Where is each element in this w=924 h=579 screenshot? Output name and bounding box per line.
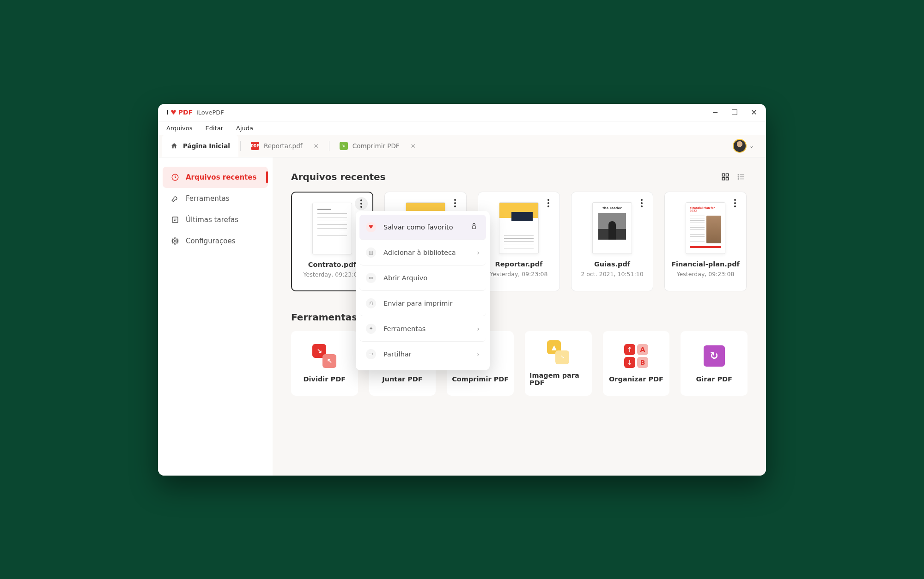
sidebar-item-label: Configurações xyxy=(186,237,235,245)
sidebar-item-settings[interactable]: Configurações xyxy=(163,230,268,252)
grid-view-button[interactable] xyxy=(719,170,732,183)
tool-name: Dividir PDF xyxy=(304,375,346,383)
window-controls: − ☐ ✕ xyxy=(711,109,758,116)
wrench-icon xyxy=(171,194,179,203)
sidebar-item-tools[interactable]: Ferramentas xyxy=(163,188,268,209)
svg-point-10 xyxy=(738,174,739,175)
clock-icon xyxy=(171,173,179,181)
cursor-icon xyxy=(471,222,480,232)
tool-image-to-pdf[interactable]: ▲ ↘ Imagem para PDF xyxy=(525,331,592,396)
file-name: Reportar.pdf xyxy=(495,260,543,268)
tab-separator xyxy=(240,141,241,151)
minimize-button[interactable]: − xyxy=(711,109,719,116)
library-icon: ▥ xyxy=(366,247,376,258)
file-more-button[interactable] xyxy=(542,197,555,210)
main: Arquivos recentes Ferramentas Últimas ta… xyxy=(158,157,766,476)
pdf-icon: PDF xyxy=(251,142,259,150)
menu-ajuda[interactable]: Ajuda xyxy=(236,125,253,132)
ctx-open-file[interactable]: ▭ Abrir Arquivo xyxy=(359,265,486,291)
heart-icon: ♥ xyxy=(366,222,376,232)
file-name: Guias.pdf xyxy=(594,260,630,268)
sidebar-item-tasks[interactable]: Últimas tarefas xyxy=(163,209,268,230)
tab-reportar[interactable]: PDF Reportar.pdf ✕ xyxy=(243,135,327,157)
file-more-button[interactable] xyxy=(355,197,368,210)
user-menu[interactable]: ⌄ xyxy=(733,139,762,153)
tasks-icon xyxy=(171,216,179,224)
file-more-button[interactable] xyxy=(635,197,648,210)
recent-files-header: Arquivos recentes xyxy=(291,170,748,183)
tab-home[interactable]: Página Inicial xyxy=(162,135,238,157)
menubar: Arquivos Editar Ajuda xyxy=(158,121,766,135)
section-title: Arquivos recentes xyxy=(291,171,386,182)
svg-point-11 xyxy=(738,176,739,177)
image-icon: ▲ ↘ xyxy=(546,340,570,364)
avatar xyxy=(733,139,747,153)
wrench-icon: ✦ xyxy=(366,324,376,334)
file-date: 2 oct. 2021, 10:51:10 xyxy=(581,271,643,277)
ctx-label: Salvar como favorito xyxy=(383,223,453,231)
file-more-button[interactable] xyxy=(729,197,742,210)
menu-editar[interactable]: Editar xyxy=(206,125,224,132)
printer-icon: ⎙ xyxy=(366,298,376,308)
ctx-label: Partilhar xyxy=(383,350,412,358)
tool-name: Juntar PDF xyxy=(382,375,423,383)
sidebar-item-label: Ferramentas xyxy=(186,194,230,203)
tab-close-icon[interactable]: ✕ xyxy=(411,142,416,150)
file-more-button[interactable] xyxy=(449,197,462,210)
thumb-text: Financial Plan for 2022 xyxy=(690,206,721,212)
list-view-button[interactable] xyxy=(735,170,748,183)
file-thumbnail xyxy=(499,202,539,254)
svg-rect-6 xyxy=(726,177,729,180)
file-card[interactable]: the reader Guias.pdf 2 oct. 2021, 10:51:… xyxy=(571,192,653,291)
file-date: Yesterday, 09:23:08 xyxy=(677,271,735,277)
split-icon: ↘ ↖ xyxy=(312,344,336,368)
menu-arquivos[interactable]: Arquivos xyxy=(166,125,193,132)
maximize-button[interactable]: ☐ xyxy=(731,109,738,116)
tab-label: Página Inicial xyxy=(183,142,230,150)
chevron-right-icon: › xyxy=(477,350,480,358)
svg-rect-3 xyxy=(722,174,724,176)
ctx-add-library[interactable]: ▥ Adicionar à biblioteca › xyxy=(359,240,486,265)
organize-icon: ↑ A ↓ B xyxy=(624,344,648,368)
svg-rect-5 xyxy=(722,177,724,180)
tool-split[interactable]: ↘ ↖ Dividir PDF xyxy=(291,331,358,396)
app-name: iLovePDF xyxy=(196,109,224,116)
file-name: Financial-plan.pdf xyxy=(671,260,740,268)
svg-point-2 xyxy=(174,240,176,242)
ctx-favorite[interactable]: ♥ Salvar como favorito xyxy=(359,215,486,240)
tool-rotate[interactable]: ↻ Girar PDF xyxy=(681,331,748,396)
sidebar-item-recent[interactable]: Arquivos recentes xyxy=(163,167,268,188)
tool-name: Girar PDF xyxy=(696,375,732,383)
ctx-label: Ferramentas xyxy=(383,325,426,332)
ctx-tools[interactable]: ✦ Ferramentas › xyxy=(359,316,486,342)
content: Arquivos recentes Contrato.pdf Yester xyxy=(273,157,766,476)
ctx-share[interactable]: ⇢ Partilhar › xyxy=(359,342,486,367)
ctx-print[interactable]: ⎙ Enviar para imprimir xyxy=(359,291,486,316)
ctx-label: Adicionar à biblioteca xyxy=(383,249,456,256)
ctx-label: Enviar para imprimir xyxy=(383,300,452,307)
file-thumbnail: the reader xyxy=(592,202,632,254)
view-toggle xyxy=(719,170,748,183)
tab-compress[interactable]: ⇲ Comprimir PDF ✕ xyxy=(331,135,424,157)
svg-point-12 xyxy=(738,178,739,179)
heart-icon: ♥ xyxy=(170,109,176,116)
tab-label: Comprimir PDF xyxy=(353,142,400,150)
file-thumbnail: Financial Plan for 2022 xyxy=(686,202,725,254)
file-date: Yesterday, 09:23:08 xyxy=(490,271,548,277)
tool-organize[interactable]: ↑ A ↓ B Organizar PDF xyxy=(603,331,670,396)
file-card[interactable]: Reportar.pdf Yesterday, 09:23:08 xyxy=(478,192,560,291)
chevron-right-icon: › xyxy=(477,249,480,256)
file-card[interactable]: Financial Plan for 2022 Financial-plan.p… xyxy=(664,192,747,291)
app-window: I ♥ PDF iLovePDF − ☐ ✕ Arquivos Editar A… xyxy=(158,104,766,476)
home-icon xyxy=(170,142,178,150)
tab-close-icon[interactable]: ✕ xyxy=(314,142,319,150)
ctx-label: Abrir Arquivo xyxy=(383,274,427,282)
sidebar-item-label: Arquivos recentes xyxy=(186,173,256,181)
tab-label: Reportar.pdf xyxy=(264,142,303,150)
logo-i: I xyxy=(166,109,169,116)
close-button[interactable]: ✕ xyxy=(750,109,758,116)
tool-name: Comprimir PDF xyxy=(452,375,509,383)
svg-rect-1 xyxy=(172,217,178,223)
svg-rect-4 xyxy=(726,174,729,176)
compress-icon: ⇲ xyxy=(340,142,348,150)
